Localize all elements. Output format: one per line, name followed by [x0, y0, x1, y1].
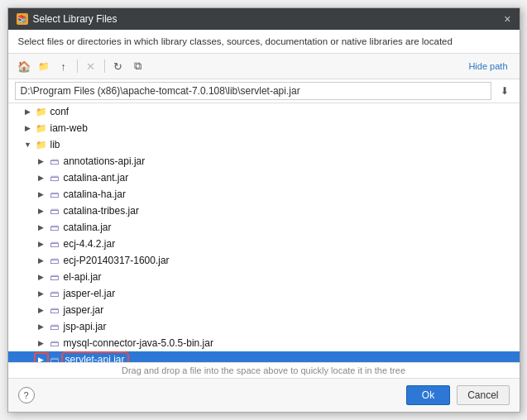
item-label-servlet: servlet-api.jar — [64, 354, 127, 363]
copy-icon: ⧉ — [134, 60, 141, 73]
tree-item-catalina-ant[interactable]: ▶ 🗃 catalina-ant.jar — [8, 169, 520, 186]
item-label-conf: conf — [50, 106, 69, 117]
folder-icon-conf: 📁 — [35, 105, 48, 118]
tree-item-jasper-el[interactable]: ▶ 🗃 jasper-el.jar — [8, 285, 520, 302]
dialog-title: Select Library Files — [33, 13, 117, 25]
tree-item-annotations-api[interactable]: ▶ 🗃 annotations-api.jar — [8, 153, 520, 169]
copy-button[interactable]: ⧉ — [129, 57, 147, 75]
jar-icon-annotations-api: 🗃 — [48, 155, 61, 168]
tree-item-catalina[interactable]: ▶ 🗃 catalina.jar — [8, 219, 520, 236]
item-label-el-api: el-api.jar — [64, 271, 102, 283]
item-label-catalina-ant: catalina-ant.jar — [64, 172, 129, 184]
tree-item-jasper[interactable]: ▶ 🗃 jasper.jar — [8, 302, 520, 318]
expand-arrow-catalina-tribes: ▶ — [35, 204, 48, 217]
expand-arrow-catalina-ha: ▶ — [35, 188, 48, 201]
jar-icon-jsp-api: 🗃 — [48, 320, 61, 333]
help-button[interactable]: ? — [18, 387, 35, 403]
jar-icon-catalina-ant: 🗃 — [48, 171, 61, 184]
expand-arrow-ecj-442: ▶ — [35, 237, 48, 251]
jar-icon-jasper: 🗃 — [48, 303, 61, 317]
tree-item-lib[interactable]: ▼ 📁 lib — [8, 136, 520, 153]
hide-path-button[interactable]: Hide path — [463, 60, 512, 73]
title-bar: 📚 Select Library Files × — [8, 8, 520, 30]
tree-item-catalina-tribes[interactable]: ▶ 🗃 catalina-tribes.jar — [8, 203, 520, 219]
home-button[interactable]: 🏠 — [15, 57, 33, 75]
download-icon: ⬇ — [501, 85, 509, 97]
delete-icon: ✕ — [86, 60, 95, 73]
toolbar: 🏠 📁 ↑ ✕ ↻ ⧉ Hide path — [8, 54, 520, 79]
jar-icon-ecj-p2014: 🗃 — [48, 254, 61, 267]
select-library-files-dialog: 📚 Select Library Files × Select files or… — [7, 7, 520, 413]
drag-drop-hint: Drag and drop a file into the space abov… — [8, 363, 520, 379]
item-label-mysql: mysql-connector-java-5.0.5-bin.jar — [64, 337, 213, 349]
item-label-catalina: catalina.jar — [64, 222, 112, 233]
description-text: Select files or directories in which lib… — [18, 36, 453, 46]
expand-arrow-conf: ▶ — [22, 105, 35, 118]
download-path-button[interactable]: ⬇ — [496, 83, 513, 99]
parent-dir-button[interactable]: ↑ — [55, 57, 73, 75]
jar-icon-jasper-el: 🗃 — [48, 287, 61, 300]
refresh-button[interactable]: ↻ — [109, 57, 127, 75]
item-label-jsp-api: jsp-api.jar — [64, 321, 107, 332]
tree-item-iam-web[interactable]: ▶ 📁 iam-web — [8, 120, 520, 136]
expand-arrow-mysql: ▶ — [35, 336, 48, 350]
cancel-button[interactable]: Cancel — [457, 385, 509, 405]
close-button[interactable]: × — [504, 13, 510, 25]
delete-button[interactable]: ✕ — [82, 57, 100, 75]
expand-arrow-ecj-p2014: ▶ — [35, 254, 48, 267]
folder-icon-iam-web: 📁 — [35, 122, 48, 135]
expand-arrow-iam-web: ▶ — [22, 122, 35, 135]
tree-item-jsp-api[interactable]: ▶ 🗃 jsp-api.jar — [8, 318, 520, 335]
item-label-catalina-ha: catalina-ha.jar — [64, 189, 126, 200]
item-label-iam-web: iam-web — [50, 122, 88, 134]
folder-icon-lib: 📁 — [35, 138, 48, 151]
jar-icon-mysql: 🗃 — [48, 336, 61, 350]
expand-arrow-jasper: ▶ — [35, 303, 48, 317]
tree-item-servlet-api[interactable]: ▶ 🗃 servlet-api.jar — [8, 351, 520, 363]
jar-icon-catalina-ha: 🗃 — [48, 188, 61, 201]
path-input[interactable] — [15, 82, 491, 100]
jar-icon-ecj-442: 🗃 — [48, 237, 61, 251]
jar-icon-servlet: 🗃 — [48, 353, 61, 363]
separator-2 — [104, 60, 105, 73]
jar-icon-el-api: 🗃 — [48, 270, 61, 284]
item-label-jasper-el: jasper-el.jar — [64, 288, 116, 299]
jar-icon-catalina: 🗃 — [48, 221, 61, 234]
item-label-catalina-tribes: catalina-tribes.jar — [64, 205, 139, 217]
expand-arrow-servlet: ▶ — [35, 353, 48, 363]
footer-actions: Ok Cancel — [406, 385, 510, 405]
item-label-ecj-442: ecj-4.4.2.jar — [64, 238, 116, 250]
item-label-ecj-p2014: ecj-P20140317-1600.jar — [64, 255, 170, 266]
expand-arrow-annotations-api: ▶ — [35, 155, 48, 168]
new-folder-icon: 📁 — [38, 61, 50, 72]
home-icon: 🏠 — [17, 60, 31, 73]
expand-arrow-catalina: ▶ — [35, 221, 48, 234]
item-label-annotations-api: annotations-api.jar — [64, 155, 146, 167]
item-label-jasper: jasper.jar — [64, 304, 104, 316]
expand-arrow-jsp-api: ▶ — [35, 320, 48, 333]
tree-item-catalina-ha[interactable]: ▶ 🗃 catalina-ha.jar — [8, 186, 520, 203]
drag-hint-text: Drag and drop a file into the space abov… — [122, 365, 405, 375]
ok-button[interactable]: Ok — [406, 385, 450, 405]
footer: ? Ok Cancel — [8, 379, 520, 412]
dialog-icon: 📚 — [17, 13, 28, 25]
jar-icon-catalina-tribes: 🗃 — [48, 204, 61, 217]
expand-arrow-lib: ▼ — [22, 138, 35, 151]
tree-item-conf[interactable]: ▶ 📁 conf — [8, 103, 520, 120]
tree-item-el-api[interactable]: ▶ 🗃 el-api.jar — [8, 269, 520, 285]
expand-arrow-el-api: ▶ — [35, 270, 48, 284]
expand-arrow-jasper-el: ▶ — [35, 287, 48, 300]
description-bar: Select files or directories in which lib… — [8, 30, 520, 54]
item-label-lib: lib — [50, 139, 60, 150]
file-tree: ▶ 📁 conf ▶ 📁 iam-web ▼ 📁 lib ▶ 🗃 annotat… — [8, 103, 520, 363]
up-icon: ↑ — [60, 60, 66, 73]
refresh-icon: ↻ — [113, 60, 122, 73]
separator-1 — [77, 60, 78, 73]
new-folder-button[interactable]: 📁 — [35, 57, 53, 75]
expand-arrow-catalina-ant: ▶ — [35, 171, 48, 184]
tree-item-ecj-p2014[interactable]: ▶ 🗃 ecj-P20140317-1600.jar — [8, 252, 520, 269]
path-bar: ⬇ — [8, 79, 520, 103]
tree-item-ecj-442[interactable]: ▶ 🗃 ecj-4.4.2.jar — [8, 236, 520, 252]
tree-item-mysql-connector[interactable]: ▶ 🗃 mysql-connector-java-5.0.5-bin.jar — [8, 335, 520, 351]
